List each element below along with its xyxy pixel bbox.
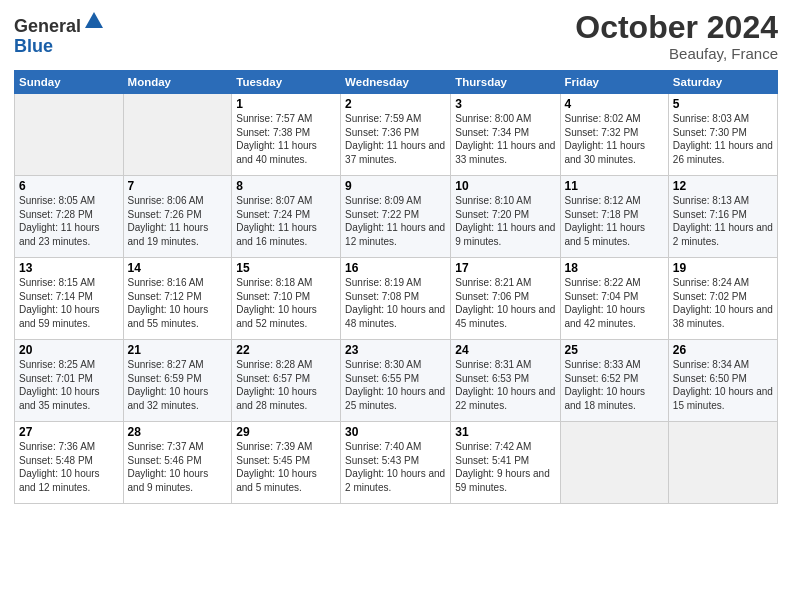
calendar-cell: 15Sunrise: 8:18 AMSunset: 7:10 PMDayligh… [232, 258, 341, 340]
col-thursday: Thursday [451, 71, 560, 94]
day-info: Sunrise: 8:16 AMSunset: 7:12 PMDaylight:… [128, 277, 209, 329]
day-info: Sunrise: 7:39 AMSunset: 5:45 PMDaylight:… [236, 441, 317, 493]
calendar-cell: 25Sunrise: 8:33 AMSunset: 6:52 PMDayligh… [560, 340, 668, 422]
day-number: 17 [455, 261, 555, 275]
day-info: Sunrise: 7:42 AMSunset: 5:41 PMDaylight:… [455, 441, 550, 493]
calendar-cell: 9Sunrise: 8:09 AMSunset: 7:22 PMDaylight… [341, 176, 451, 258]
month-title: October 2024 [575, 10, 778, 45]
day-number: 25 [565, 343, 664, 357]
day-info: Sunrise: 8:25 AMSunset: 7:01 PMDaylight:… [19, 359, 100, 411]
day-info: Sunrise: 7:37 AMSunset: 5:46 PMDaylight:… [128, 441, 209, 493]
day-number: 13 [19, 261, 119, 275]
calendar-cell: 17Sunrise: 8:21 AMSunset: 7:06 PMDayligh… [451, 258, 560, 340]
day-number: 24 [455, 343, 555, 357]
logo-general: General [14, 16, 81, 36]
day-info: Sunrise: 8:09 AMSunset: 7:22 PMDaylight:… [345, 195, 445, 247]
day-number: 23 [345, 343, 446, 357]
day-number: 20 [19, 343, 119, 357]
calendar-cell [668, 422, 777, 504]
calendar-cell: 14Sunrise: 8:16 AMSunset: 7:12 PMDayligh… [123, 258, 232, 340]
day-number: 29 [236, 425, 336, 439]
day-number: 11 [565, 179, 664, 193]
day-info: Sunrise: 8:02 AMSunset: 7:32 PMDaylight:… [565, 113, 646, 165]
day-number: 18 [565, 261, 664, 275]
day-info: Sunrise: 8:07 AMSunset: 7:24 PMDaylight:… [236, 195, 317, 247]
day-number: 19 [673, 261, 773, 275]
main-container: General Blue October 2024 Beaufay, Franc… [0, 0, 792, 512]
day-number: 22 [236, 343, 336, 357]
location: Beaufay, France [575, 45, 778, 62]
day-number: 10 [455, 179, 555, 193]
col-friday: Friday [560, 71, 668, 94]
calendar-cell: 12Sunrise: 8:13 AMSunset: 7:16 PMDayligh… [668, 176, 777, 258]
svg-marker-0 [85, 12, 103, 28]
day-info: Sunrise: 8:31 AMSunset: 6:53 PMDaylight:… [455, 359, 555, 411]
logo-icon [83, 10, 105, 32]
calendar-cell: 3Sunrise: 8:00 AMSunset: 7:34 PMDaylight… [451, 94, 560, 176]
day-number: 30 [345, 425, 446, 439]
day-number: 2 [345, 97, 446, 111]
week-row-2: 6Sunrise: 8:05 AMSunset: 7:28 PMDaylight… [15, 176, 778, 258]
calendar-cell: 4Sunrise: 8:02 AMSunset: 7:32 PMDaylight… [560, 94, 668, 176]
col-tuesday: Tuesday [232, 71, 341, 94]
day-number: 28 [128, 425, 228, 439]
calendar-cell: 30Sunrise: 7:40 AMSunset: 5:43 PMDayligh… [341, 422, 451, 504]
day-number: 6 [19, 179, 119, 193]
calendar-cell: 29Sunrise: 7:39 AMSunset: 5:45 PMDayligh… [232, 422, 341, 504]
day-info: Sunrise: 8:18 AMSunset: 7:10 PMDaylight:… [236, 277, 317, 329]
day-number: 12 [673, 179, 773, 193]
calendar-cell: 2Sunrise: 7:59 AMSunset: 7:36 PMDaylight… [341, 94, 451, 176]
logo-blue: Blue [14, 36, 53, 56]
day-info: Sunrise: 8:21 AMSunset: 7:06 PMDaylight:… [455, 277, 555, 329]
col-monday: Monday [123, 71, 232, 94]
day-info: Sunrise: 7:40 AMSunset: 5:43 PMDaylight:… [345, 441, 445, 493]
logo-text: General Blue [14, 10, 105, 57]
day-number: 14 [128, 261, 228, 275]
day-number: 27 [19, 425, 119, 439]
week-row-1: 1Sunrise: 7:57 AMSunset: 7:38 PMDaylight… [15, 94, 778, 176]
col-sunday: Sunday [15, 71, 124, 94]
calendar-cell: 18Sunrise: 8:22 AMSunset: 7:04 PMDayligh… [560, 258, 668, 340]
calendar-cell: 5Sunrise: 8:03 AMSunset: 7:30 PMDaylight… [668, 94, 777, 176]
day-info: Sunrise: 7:59 AMSunset: 7:36 PMDaylight:… [345, 113, 445, 165]
header: General Blue October 2024 Beaufay, Franc… [14, 10, 778, 62]
calendar-cell: 31Sunrise: 7:42 AMSunset: 5:41 PMDayligh… [451, 422, 560, 504]
day-info: Sunrise: 8:03 AMSunset: 7:30 PMDaylight:… [673, 113, 773, 165]
week-row-3: 13Sunrise: 8:15 AMSunset: 7:14 PMDayligh… [15, 258, 778, 340]
col-saturday: Saturday [668, 71, 777, 94]
calendar-cell: 24Sunrise: 8:31 AMSunset: 6:53 PMDayligh… [451, 340, 560, 422]
day-info: Sunrise: 8:33 AMSunset: 6:52 PMDaylight:… [565, 359, 646, 411]
calendar-cell: 21Sunrise: 8:27 AMSunset: 6:59 PMDayligh… [123, 340, 232, 422]
day-number: 4 [565, 97, 664, 111]
calendar-cell: 1Sunrise: 7:57 AMSunset: 7:38 PMDaylight… [232, 94, 341, 176]
title-area: October 2024 Beaufay, France [575, 10, 778, 62]
day-number: 26 [673, 343, 773, 357]
day-info: Sunrise: 8:19 AMSunset: 7:08 PMDaylight:… [345, 277, 445, 329]
day-info: Sunrise: 7:36 AMSunset: 5:48 PMDaylight:… [19, 441, 100, 493]
week-row-5: 27Sunrise: 7:36 AMSunset: 5:48 PMDayligh… [15, 422, 778, 504]
calendar-cell: 10Sunrise: 8:10 AMSunset: 7:20 PMDayligh… [451, 176, 560, 258]
logo: General Blue [14, 10, 105, 57]
day-info: Sunrise: 7:57 AMSunset: 7:38 PMDaylight:… [236, 113, 317, 165]
calendar-cell: 16Sunrise: 8:19 AMSunset: 7:08 PMDayligh… [341, 258, 451, 340]
day-number: 7 [128, 179, 228, 193]
day-info: Sunrise: 8:28 AMSunset: 6:57 PMDaylight:… [236, 359, 317, 411]
day-number: 9 [345, 179, 446, 193]
day-info: Sunrise: 8:30 AMSunset: 6:55 PMDaylight:… [345, 359, 445, 411]
day-number: 8 [236, 179, 336, 193]
calendar-cell: 13Sunrise: 8:15 AMSunset: 7:14 PMDayligh… [15, 258, 124, 340]
day-number: 5 [673, 97, 773, 111]
calendar-cell: 8Sunrise: 8:07 AMSunset: 7:24 PMDaylight… [232, 176, 341, 258]
header-row: Sunday Monday Tuesday Wednesday Thursday… [15, 71, 778, 94]
calendar-cell [560, 422, 668, 504]
day-info: Sunrise: 8:15 AMSunset: 7:14 PMDaylight:… [19, 277, 100, 329]
day-number: 3 [455, 97, 555, 111]
calendar-cell: 19Sunrise: 8:24 AMSunset: 7:02 PMDayligh… [668, 258, 777, 340]
day-number: 31 [455, 425, 555, 439]
calendar-cell [15, 94, 124, 176]
calendar-cell: 26Sunrise: 8:34 AMSunset: 6:50 PMDayligh… [668, 340, 777, 422]
day-info: Sunrise: 8:22 AMSunset: 7:04 PMDaylight:… [565, 277, 646, 329]
day-info: Sunrise: 8:13 AMSunset: 7:16 PMDaylight:… [673, 195, 773, 247]
day-info: Sunrise: 8:00 AMSunset: 7:34 PMDaylight:… [455, 113, 555, 165]
calendar-cell: 28Sunrise: 7:37 AMSunset: 5:46 PMDayligh… [123, 422, 232, 504]
